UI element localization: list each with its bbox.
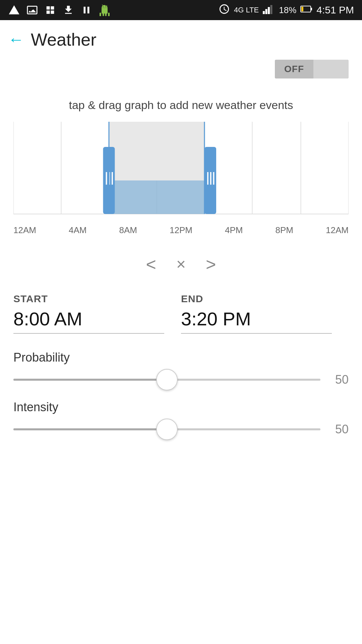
page-title: Weather (31, 30, 97, 50)
end-value[interactable]: 3:20 PM (181, 308, 332, 334)
graph-instruction: tap & drag graph to add new weather even… (13, 99, 349, 112)
svg-rect-0 (263, 11, 265, 14)
svg-rect-16 (109, 122, 204, 180)
time-labels: 12AM 4AM 8AM 12PM 4PM 8PM 12AM (13, 222, 349, 235)
svg-rect-3 (270, 5, 273, 14)
time-label-12pm: 12PM (170, 225, 192, 235)
intensity-track-fill (13, 428, 167, 430)
time-label-4pm: 4PM (225, 225, 243, 235)
svg-rect-17 (109, 180, 204, 214)
time-label-8pm: 8PM (275, 225, 293, 235)
page-header: ← Weather (0, 20, 362, 56)
image-icon (26, 4, 38, 16)
intensity-label: Intensity (13, 400, 349, 414)
android-icon (99, 4, 111, 16)
graph-section: tap & drag graph to add new weather even… (0, 89, 362, 242)
time-label-12am-end: 12AM (326, 225, 349, 235)
intensity-value: 50 (328, 422, 349, 436)
time-label-8am: 8AM (119, 225, 137, 235)
end-time-block: END 3:20 PM (181, 293, 349, 334)
event-controls: < × > (0, 242, 362, 290)
time-label-12am: 12AM (13, 225, 36, 235)
time-section: START 8:00 AM END 3:20 PM (0, 290, 362, 344)
status-icons-right: 4G LTE 18% 4:51 PM (219, 3, 354, 17)
probability-track-fill (13, 379, 167, 381)
alarm-icon (219, 3, 230, 17)
next-event-button[interactable]: > (206, 256, 216, 273)
start-value[interactable]: 8:00 AM (13, 308, 164, 334)
probability-group: Probability 50 (13, 351, 349, 387)
toggle-on-area (313, 60, 349, 78)
toggle-area: OFF (0, 56, 362, 89)
probability-slider[interactable] (13, 379, 320, 381)
time-label-4am: 4AM (69, 225, 86, 235)
back-button[interactable]: ← (8, 32, 24, 48)
battery-icon (300, 5, 312, 16)
svg-rect-2 (268, 7, 270, 14)
time-display: 4:51 PM (316, 4, 354, 16)
flipboard-icon (44, 4, 56, 16)
status-icons-left (8, 4, 111, 16)
weather-toggle[interactable]: OFF (275, 60, 349, 78)
intensity-slider[interactable] (13, 428, 320, 430)
network-label: 4G LTE (234, 6, 259, 14)
close-event-button[interactable]: × (176, 256, 186, 272)
status-bar: 4G LTE 18% 4:51 PM (0, 0, 362, 20)
signal-icon (263, 4, 275, 16)
toggle-off-label: OFF (275, 60, 313, 78)
warning-icon (8, 4, 20, 16)
probability-label: Probability (13, 351, 349, 365)
pause-icon (80, 4, 93, 16)
probability-value: 50 (328, 373, 349, 387)
graph-container[interactable]: 12AM 4AM 8AM 12PM 4PM 8PM 12AM (13, 122, 349, 235)
start-label: START (13, 293, 181, 305)
svg-rect-6 (301, 7, 303, 11)
end-label: END (181, 293, 349, 305)
download-icon (62, 4, 74, 16)
svg-rect-5 (311, 8, 312, 10)
start-time-block: START 8:00 AM (13, 293, 181, 334)
prev-event-button[interactable]: < (146, 256, 156, 273)
probability-thumb[interactable] (156, 369, 178, 390)
battery-percent: 18% (279, 5, 296, 15)
intensity-group: Intensity 50 (13, 400, 349, 436)
intensity-thumb[interactable] (156, 419, 178, 440)
svg-rect-1 (265, 9, 267, 14)
sliders-section: Probability 50 Intensity 50 (0, 344, 362, 436)
weather-graph[interactable] (13, 122, 349, 222)
probability-slider-row: 50 (13, 373, 349, 387)
intensity-slider-row: 50 (13, 422, 349, 436)
